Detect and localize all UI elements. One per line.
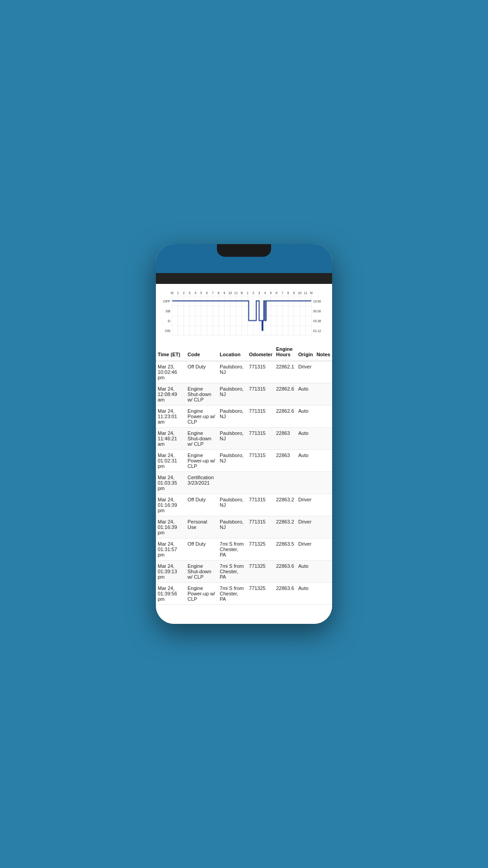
cell-location: Paulsboro, NJ (218, 383, 247, 406)
table-row[interactable]: Mar 24, 01:02:31 pm Engine Power-up w/ C… (156, 450, 332, 472)
table-row[interactable]: Mar 24, 01:16:39 pm Off Duty Paulsboro, … (156, 494, 332, 516)
header-origin: Origin (296, 343, 314, 361)
cell-notes (314, 583, 332, 605)
cell-notes (314, 561, 332, 583)
cell-notes (314, 472, 332, 494)
cell-location: Paulsboro, NJ (218, 406, 247, 428)
cell-notes (314, 450, 332, 472)
table-row[interactable]: Mar 24, 12:08:49 am Engine Shut-down w/ … (156, 383, 332, 406)
cell-origin: Driver (296, 516, 314, 538)
cell-odometer: 771315 (247, 450, 274, 472)
cell-code: Off Duty (186, 361, 218, 383)
cell-odometer: 771315 (247, 383, 274, 406)
cell-engine-hours: 22862.1 (274, 361, 296, 383)
cell-origin: Auto (296, 406, 314, 428)
header-engine-hours: Engine Hours (274, 343, 296, 361)
table-row[interactable]: Mar 24, 01:39:56 pm Engine Power-up w/ C… (156, 583, 332, 605)
header-time: Time (ET) (156, 343, 186, 361)
cell-notes (314, 538, 332, 561)
cell-origin: Auto (296, 583, 314, 605)
log-chart-area (156, 284, 332, 343)
header-code: Code (186, 343, 218, 361)
cell-notes (314, 361, 332, 383)
cell-notes (314, 494, 332, 516)
cell-origin: Auto (296, 383, 314, 406)
cell-notes (314, 406, 332, 428)
table-row[interactable]: Mar 23, 10:02:46 pm Off Duty Paulsboro, … (156, 361, 332, 383)
cell-engine-hours: 22863.2 (274, 516, 296, 538)
cell-code: Engine Shut-down w/ CLP (186, 428, 218, 450)
cell-engine-hours: 22862.6 (274, 406, 296, 428)
cell-engine-hours: 22863.6 (274, 561, 296, 583)
cell-time: Mar 24, 01:16:39 pm (156, 516, 186, 538)
cell-origin: Driver (296, 538, 314, 561)
cell-odometer: 771325 (247, 561, 274, 583)
cell-odometer (247, 472, 274, 494)
cell-location: Paulsboro, NJ (218, 450, 247, 472)
cell-code: Engine Power-up w/ CLP (186, 450, 218, 472)
cell-code: Off Duty (186, 538, 218, 561)
cell-origin: Auto (296, 561, 314, 583)
cell-notes (314, 516, 332, 538)
cell-time: Mar 24, 11:46:21 am (156, 428, 186, 450)
cell-engine-hours: 22863 (274, 450, 296, 472)
cell-location: Paulsboro, NJ (218, 428, 247, 450)
cell-engine-hours (274, 472, 296, 494)
cell-odometer: 771315 (247, 428, 274, 450)
cell-time: Mar 24, 01:39:13 pm (156, 561, 186, 583)
table-row[interactable]: Mar 24, 01:03:35 pm Certification 3/23/2… (156, 472, 332, 494)
cell-location: Paulsboro, NJ (218, 361, 247, 383)
cell-location: Paulsboro, NJ (218, 516, 247, 538)
cell-time: Mar 24, 01:02:31 pm (156, 450, 186, 472)
cell-engine-hours: 22863.2 (274, 494, 296, 516)
cell-location: 7mi S from Chester, PA (218, 561, 247, 583)
table-row[interactable]: Mar 24, 11:46:21 am Engine Shut-down w/ … (156, 428, 332, 450)
header-odometer: Odometer (247, 343, 274, 361)
cell-engine-hours: 22862.6 (274, 383, 296, 406)
cell-code: Engine Shut-down w/ CLP (186, 383, 218, 406)
cell-origin: Auto (296, 428, 314, 450)
cell-code: Engine Power-up w/ CLP (186, 583, 218, 605)
cell-notes (314, 428, 332, 450)
cell-engine-hours: 22863.6 (274, 583, 296, 605)
cell-odometer: 771315 (247, 516, 274, 538)
cell-time: Mar 24, 01:03:35 pm (156, 472, 186, 494)
cell-code: Engine Shut-down w/ CLP (186, 561, 218, 583)
cell-odometer: 771325 (247, 538, 274, 561)
cell-location (218, 472, 247, 494)
table-row[interactable]: Mar 24, 01:16:39 pm Personal Use Paulsbo… (156, 516, 332, 538)
cell-odometer: 771315 (247, 406, 274, 428)
cell-origin (296, 472, 314, 494)
cell-origin: Auto (296, 450, 314, 472)
cell-time: Mar 24, 01:39:56 pm (156, 583, 186, 605)
table-row[interactable]: Mar 24, 01:31:57 pm Off Duty 7mi S from … (156, 538, 332, 561)
header-notes: Notes (314, 343, 332, 361)
cell-origin: Driver (296, 494, 314, 516)
cell-odometer: 771315 (247, 494, 274, 516)
header-location: Location (218, 343, 247, 361)
cell-code: Off Duty (186, 494, 218, 516)
cell-location: Paulsboro, NJ (218, 494, 247, 516)
cell-time: Mar 24, 12:08:49 am (156, 383, 186, 406)
cell-time: Mar 24, 11:23:01 am (156, 406, 186, 428)
table-header-row: Time (ET) Code Location Odometer Engine … (156, 343, 332, 361)
cell-notes (314, 383, 332, 406)
cell-time: Mar 24, 01:31:57 pm (156, 538, 186, 561)
cell-time: Mar 24, 01:16:39 pm (156, 494, 186, 516)
cell-code: Certification 3/23/2021 (186, 472, 218, 494)
log-table-scroll[interactable]: Time (ET) Code Location Odometer Engine … (156, 343, 332, 624)
cell-origin: Driver (296, 361, 314, 383)
cell-odometer: 771315 (247, 361, 274, 383)
table-row[interactable]: Mar 24, 11:23:01 am Engine Power-up w/ C… (156, 406, 332, 428)
cell-odometer: 771325 (247, 583, 274, 605)
cell-engine-hours: 22863.5 (274, 538, 296, 561)
cell-location: 7mi S from Chester, PA (218, 538, 247, 561)
cell-code: Engine Power-up w/ CLP (186, 406, 218, 428)
table-row[interactable]: Mar 24, 01:39:13 pm Engine Shut-down w/ … (156, 561, 332, 583)
cell-code: Personal Use (186, 516, 218, 538)
cell-time: Mar 23, 10:02:46 pm (156, 361, 186, 383)
cell-engine-hours: 22863 (274, 428, 296, 450)
cell-location: 7mi S from Chester, PA (218, 583, 247, 605)
